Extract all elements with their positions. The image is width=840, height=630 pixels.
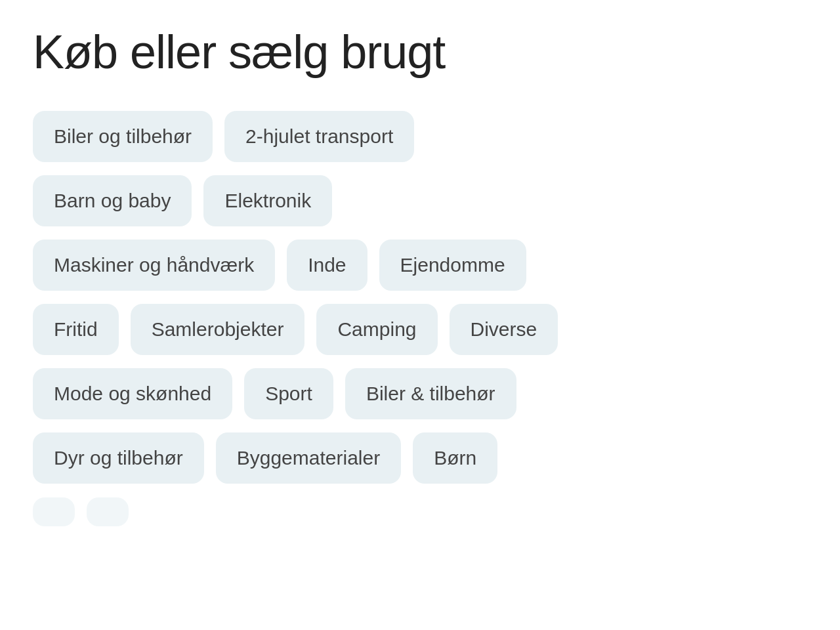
tags-row-4: Fritid Samlerobjekter Camping Diverse [33, 304, 807, 355]
tag-maskiner-og-haandvaerk[interactable]: Maskiner og håndværk [33, 240, 275, 291]
tag-camping[interactable]: Camping [316, 304, 437, 355]
tag-diverse[interactable]: Diverse [450, 304, 558, 355]
tag-biler-og-tilbehoer[interactable]: Biler og tilbehør [33, 111, 213, 162]
tag-sport[interactable]: Sport [244, 368, 333, 419]
tags-container: Biler og tilbehør 2-hjulet transport Bar… [33, 111, 807, 526]
tags-row-3: Maskiner og håndværk Inde Ejendomme [33, 240, 807, 291]
tags-row-7 [33, 497, 807, 526]
page-title: Køb eller sælg brugt [33, 26, 807, 78]
tags-row-1: Biler og tilbehør 2-hjulet transport [33, 111, 807, 162]
tag-partial-1[interactable] [33, 497, 75, 526]
tag-elektronik[interactable]: Elektronik [203, 175, 332, 226]
tag-2-hjulet-transport[interactable]: 2-hjulet transport [224, 111, 414, 162]
tag-ejendomme[interactable]: Ejendomme [379, 240, 526, 291]
tag-biler-tilbehoer[interactable]: Biler & tilbehør [345, 368, 516, 419]
tag-partial-2[interactable] [87, 497, 129, 526]
tags-row-2: Barn og baby Elektronik [33, 175, 807, 226]
tag-samlerobjekter[interactable]: Samlerobjekter [131, 304, 305, 355]
tag-fritid[interactable]: Fritid [33, 304, 119, 355]
tag-dyr-og-tilbehoer[interactable]: Dyr og tilbehør [33, 432, 204, 484]
tags-row-6: Dyr og tilbehør Byggematerialer Børn [33, 432, 807, 484]
tag-inde[interactable]: Inde [287, 240, 367, 291]
tag-boern[interactable]: Børn [413, 432, 497, 484]
tags-row-5: Mode og skønhed Sport Biler & tilbehør [33, 368, 807, 419]
tag-byggematerialer[interactable]: Byggematerialer [216, 432, 401, 484]
tag-barn-og-baby[interactable]: Barn og baby [33, 175, 192, 226]
tag-mode-og-skoenhed[interactable]: Mode og skønhed [33, 368, 232, 419]
